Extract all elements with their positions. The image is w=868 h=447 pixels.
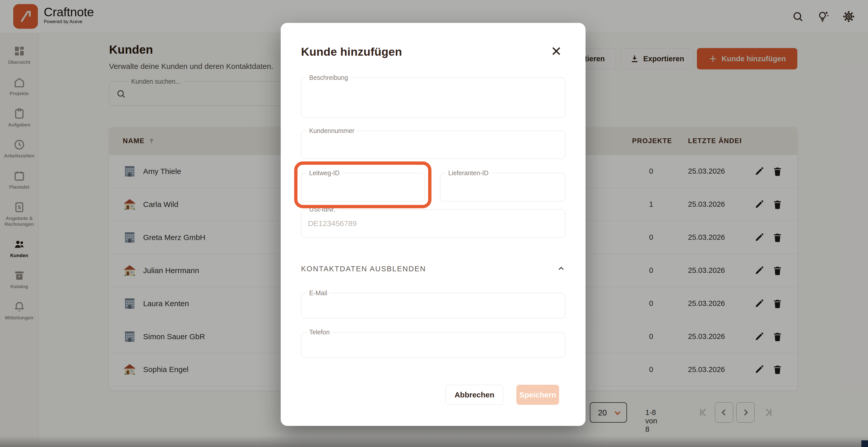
email-field[interactable]: E-Mail xyxy=(301,293,565,318)
close-icon[interactable] xyxy=(551,45,562,57)
lieferanten-id-field[interactable]: Lieferanten-ID xyxy=(440,173,565,201)
modal-title: Kunde hinzufügen xyxy=(301,45,402,58)
leitweg-id-input[interactable] xyxy=(301,173,425,201)
leitweg-id-field[interactable]: Leitweg-ID xyxy=(301,173,425,201)
ust-idnr-field[interactable]: USt-IdNr. xyxy=(301,209,565,238)
telefon-field[interactable]: Telefon xyxy=(301,332,565,357)
chevron-up-icon xyxy=(557,265,565,273)
cancel-button[interactable]: Abbrechen xyxy=(445,385,503,405)
telefon-input[interactable] xyxy=(301,332,565,357)
lieferanten-id-input[interactable] xyxy=(440,173,565,201)
beschreibung-input[interactable] xyxy=(301,78,565,117)
email-input[interactable] xyxy=(301,293,565,318)
save-button[interactable]: Speichern xyxy=(516,385,559,405)
kundennummer-input[interactable] xyxy=(301,131,565,159)
contact-section-toggle[interactable]: KONTAKTDATEN AUSBLENDEN xyxy=(301,263,565,274)
ust-idnr-input[interactable] xyxy=(301,210,565,237)
kundennummer-field[interactable]: Kundennummer xyxy=(301,131,565,159)
beschreibung-field[interactable]: Beschreibung xyxy=(301,78,565,118)
add-customer-modal: Kunde hinzufügen Beschreibung Kundennumm… xyxy=(281,23,586,426)
